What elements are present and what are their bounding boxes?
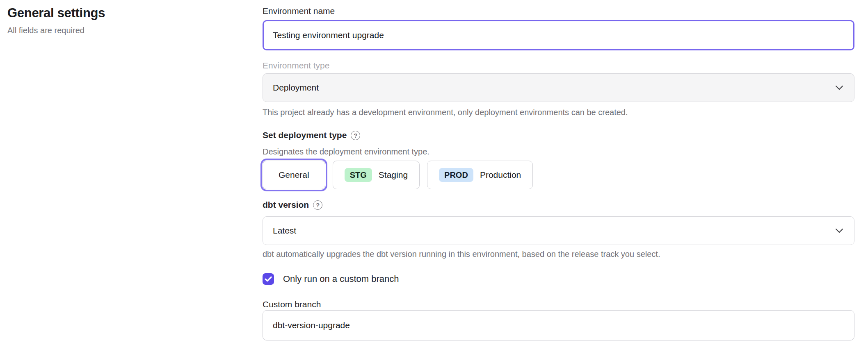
deployment-type-option-staging[interactable]: STG Staging: [333, 161, 420, 189]
staging-option-label: Staging: [379, 170, 408, 180]
environment-type-select[interactable]: Deployment: [263, 73, 854, 102]
help-icon[interactable]: ?: [351, 131, 360, 140]
dbt-version-label-row: dbt version ?: [263, 199, 322, 211]
general-option-label: General: [279, 170, 309, 180]
environment-type-value: Deployment: [273, 83, 319, 93]
custom-branch-label: Custom branch: [263, 299, 321, 310]
environment-type-helper: This project already has a development e…: [263, 107, 628, 118]
environment-name-input[interactable]: [263, 20, 854, 50]
prod-badge: PROD: [439, 168, 473, 182]
dbt-version-select[interactable]: Latest: [263, 216, 854, 245]
deployment-type-helper: Designates the deployment environment ty…: [263, 146, 429, 157]
chevron-down-icon: [835, 85, 843, 90]
checkbox-checked[interactable]: [263, 273, 274, 285]
dbt-version-helper: dbt automatically upgrades the dbt versi…: [263, 248, 660, 260]
deployment-type-option-production[interactable]: PROD Production: [427, 161, 533, 189]
dbt-version-label: dbt version: [263, 199, 309, 211]
general-settings-page: General settings All fields are required…: [0, 0, 868, 354]
deployment-type-label-row: Set deployment type ?: [263, 129, 360, 141]
custom-branch-checkbox-label: Only run on a custom branch: [283, 274, 399, 284]
help-icon[interactable]: ?: [313, 200, 322, 210]
checkmark-icon: [265, 276, 272, 282]
deployment-type-options: General STG Staging PROD Production: [263, 161, 533, 189]
dbt-version-value: Latest: [273, 226, 296, 236]
deployment-type-label: Set deployment type: [263, 129, 347, 141]
production-option-label: Production: [480, 170, 521, 180]
stg-badge: STG: [345, 168, 372, 182]
chevron-down-icon: [835, 228, 843, 233]
settings-form: Environment name Environment type Deploy…: [263, 0, 854, 354]
deployment-type-option-general[interactable]: General: [263, 161, 325, 189]
page-subtitle: All fields are required: [7, 26, 85, 35]
custom-branch-input[interactable]: [263, 310, 854, 340]
custom-branch-checkbox[interactable]: Only run on a custom branch: [263, 273, 399, 285]
environment-type-label: Environment type: [263, 60, 329, 71]
environment-name-label: Environment name: [263, 5, 335, 17]
page-title: General settings: [7, 6, 105, 20]
